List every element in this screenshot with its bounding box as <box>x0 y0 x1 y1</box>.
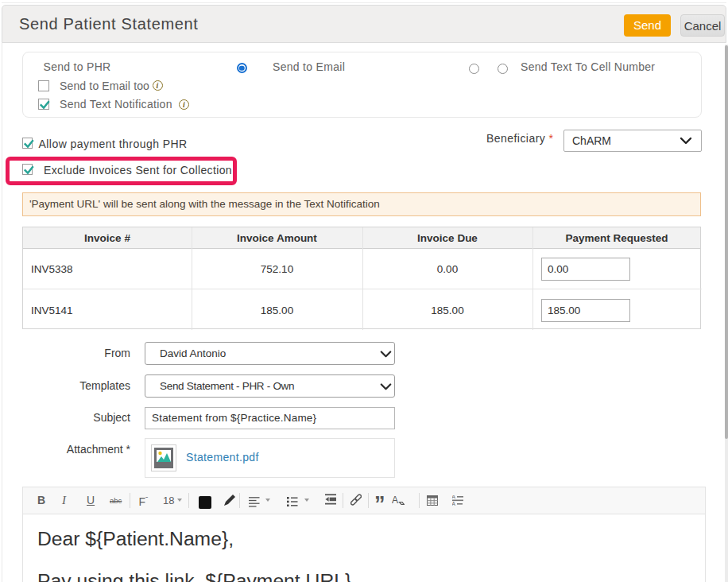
svg-text:A: A <box>452 495 456 499</box>
svg-text:A: A <box>452 501 456 506</box>
svg-text:A: A <box>392 495 398 506</box>
